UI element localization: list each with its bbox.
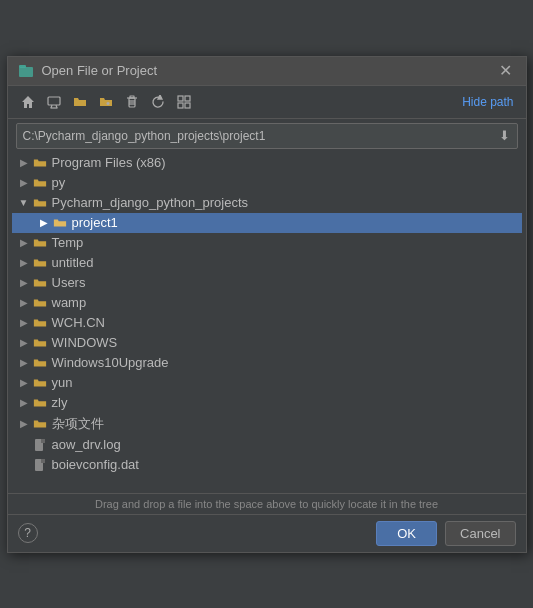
- tree-item-yun[interactable]: ▶ yun: [12, 373, 522, 393]
- tree-item-windows[interactable]: ▶ WINDOWS: [12, 333, 522, 353]
- folder-icon: [32, 355, 48, 371]
- svg-rect-3: [48, 97, 60, 105]
- tree-item-aow-drv[interactable]: ▶ aow_drv.log: [12, 435, 522, 455]
- expand-button[interactable]: [172, 90, 196, 114]
- arrow-icon: ▶: [16, 418, 32, 429]
- arrow-icon: ▶: [16, 177, 32, 188]
- hide-path-button[interactable]: Hide path: [458, 93, 517, 111]
- home-button[interactable]: [16, 90, 40, 114]
- folder-icon: [32, 275, 48, 291]
- arrow-icon: ▶: [16, 277, 32, 288]
- help-button[interactable]: ?: [18, 523, 38, 543]
- tree-item-wch-cn[interactable]: ▶ WCH.CN: [12, 313, 522, 333]
- arrow-icon: ▶: [16, 377, 32, 388]
- desktop-button[interactable]: [42, 90, 66, 114]
- title-bar-left: Open File or Project: [18, 63, 158, 79]
- tree-item-chinese-folder[interactable]: ▶ 杂项文件: [12, 413, 522, 435]
- item-label: aow_drv.log: [52, 437, 121, 452]
- item-label: Program Files (x86): [52, 155, 166, 170]
- close-button[interactable]: ✕: [495, 63, 516, 79]
- tree-item-wamp[interactable]: ▶ wamp: [12, 293, 522, 313]
- svg-rect-0: [19, 67, 33, 77]
- arrow-icon: ▶: [16, 337, 32, 348]
- tree-item-pycharm[interactable]: ▼ Pycharm_django_python_projects: [12, 193, 522, 213]
- folder-icon: [32, 155, 48, 171]
- item-label: WINDOWS: [52, 335, 118, 350]
- item-label: Users: [52, 275, 86, 290]
- cancel-button[interactable]: Cancel: [445, 521, 515, 546]
- item-label: py: [52, 175, 66, 190]
- item-label: wamp: [52, 295, 87, 310]
- folder-icon: [32, 175, 48, 191]
- svg-rect-15: [178, 96, 183, 101]
- dialog-title: Open File or Project: [42, 63, 158, 78]
- ok-button[interactable]: OK: [376, 521, 437, 546]
- arrow-icon: ▶: [16, 157, 32, 168]
- refresh-button[interactable]: [146, 90, 170, 114]
- open-file-dialog: Open File or Project ✕: [7, 56, 527, 553]
- tree-item-boievconfig[interactable]: ▶ boievconfig.dat: [12, 455, 522, 475]
- path-bar: ⬇: [16, 123, 518, 149]
- svg-rect-24: [41, 459, 45, 463]
- file-tree[interactable]: ▶ Program Files (x86) ▶ py ▼ Pycharm_dja…: [12, 153, 522, 493]
- tree-item-untitled[interactable]: ▶ untitled: [12, 253, 522, 273]
- path-download-button[interactable]: ⬇: [493, 124, 517, 148]
- arrow-icon: ▶: [16, 257, 32, 268]
- folder-icon: [32, 416, 48, 432]
- arrow-icon: ▶: [16, 237, 32, 248]
- svg-marker-14: [158, 95, 162, 99]
- folder-icon: [32, 375, 48, 391]
- status-text: Drag and drop a file into the space abov…: [95, 498, 438, 510]
- new-folder-button[interactable]: [94, 90, 118, 114]
- svg-rect-18: [185, 103, 190, 108]
- bottom-left: ?: [18, 523, 38, 543]
- delete-button[interactable]: [120, 90, 144, 114]
- folder-icon: [32, 395, 48, 411]
- file-icon: [32, 457, 48, 473]
- status-bar: Drag and drop a file into the space abov…: [8, 493, 526, 514]
- bottom-bar: ? OK Cancel: [8, 514, 526, 552]
- arrow-expanded-icon: ▼: [16, 197, 32, 208]
- tree-item-program-files[interactable]: ▶ Program Files (x86): [12, 153, 522, 173]
- item-label: zly: [52, 395, 68, 410]
- bottom-right: OK Cancel: [376, 521, 515, 546]
- item-label: yun: [52, 375, 73, 390]
- folder-open-icon: [32, 195, 48, 211]
- arrow-icon: ▶: [16, 357, 32, 368]
- item-label: WCH.CN: [52, 315, 105, 330]
- svg-rect-16: [185, 96, 190, 101]
- item-label: boievconfig.dat: [52, 457, 139, 472]
- svg-rect-1: [19, 65, 26, 68]
- tree-item-project1[interactable]: ▶ project1: [12, 213, 522, 233]
- svg-rect-21: [41, 439, 45, 443]
- svg-marker-2: [22, 96, 34, 108]
- arrow-icon: ▶: [36, 217, 52, 228]
- item-label: 杂项文件: [52, 415, 104, 433]
- arrow-icon: ▶: [16, 397, 32, 408]
- toolbar-left: [16, 90, 196, 114]
- folder-button[interactable]: [68, 90, 92, 114]
- folder-icon: [32, 315, 48, 331]
- tree-item-py[interactable]: ▶ py: [12, 173, 522, 193]
- folder-icon: [32, 255, 48, 271]
- tree-item-zly[interactable]: ▶ zly: [12, 393, 522, 413]
- item-label: Windows10Upgrade: [52, 355, 169, 370]
- item-label: Pycharm_django_python_projects: [52, 195, 249, 210]
- arrow-icon: ▶: [16, 297, 32, 308]
- dialog-icon: [18, 63, 34, 79]
- item-label: untitled: [52, 255, 94, 270]
- folder-icon: [32, 235, 48, 251]
- path-input[interactable]: [17, 125, 493, 147]
- tree-item-windows10[interactable]: ▶ Windows10Upgrade: [12, 353, 522, 373]
- svg-rect-17: [178, 103, 183, 108]
- file-icon: [32, 437, 48, 453]
- folder-icon: [32, 335, 48, 351]
- tree-item-users[interactable]: ▶ Users: [12, 273, 522, 293]
- folder-icon: [52, 215, 68, 231]
- item-label: project1: [72, 215, 118, 230]
- tree-item-temp[interactable]: ▶ Temp: [12, 233, 522, 253]
- item-label: Temp: [52, 235, 84, 250]
- folder-icon: [32, 295, 48, 311]
- toolbar: Hide path: [8, 86, 526, 119]
- arrow-icon: ▶: [16, 317, 32, 328]
